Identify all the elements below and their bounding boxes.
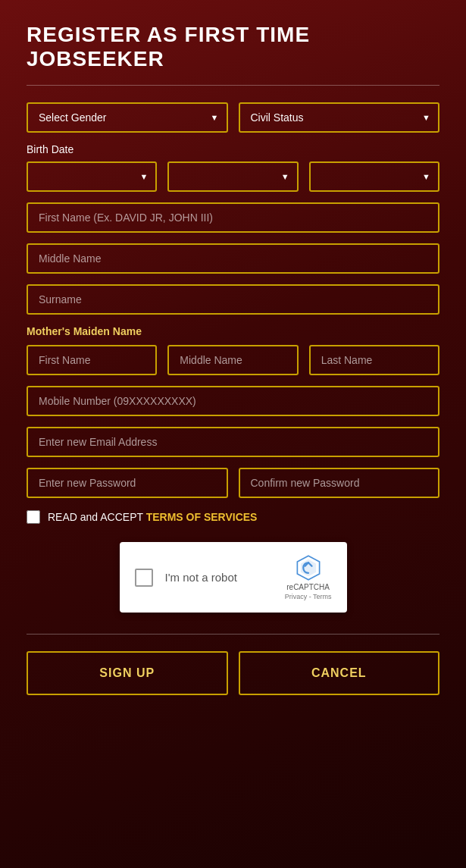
terms-label[interactable]: READ and ACCEPT TERMS OF SERVICES xyxy=(48,511,257,523)
recaptcha-logo-icon xyxy=(295,554,322,581)
signup-button[interactable]: SIGN UP xyxy=(27,651,228,695)
terms-link[interactable]: TERMS OF SERVICES xyxy=(146,511,258,523)
birth-day-wrapper xyxy=(167,161,298,192)
recaptcha-links-text: Privacy - Terms xyxy=(285,593,332,600)
birth-date-section: Birth Date January February xyxy=(27,143,439,192)
recaptcha-box[interactable]: I'm not a robot reCAPTCHA Privacy - Term… xyxy=(120,542,347,613)
recaptcha-container: I'm not a robot reCAPTCHA Privacy - Term… xyxy=(27,542,439,613)
recaptcha-text: I'm not a robot xyxy=(165,571,273,584)
cancel-button[interactable]: CANCEL xyxy=(239,651,440,695)
birth-date-row: January February xyxy=(27,161,439,192)
first-name-wrapper xyxy=(27,202,439,233)
birth-day-select[interactable] xyxy=(167,161,298,192)
password-input[interactable] xyxy=(27,468,228,498)
button-row: SIGN UP CANCEL xyxy=(27,651,439,695)
terms-checkbox[interactable] xyxy=(27,510,40,524)
birth-date-label: Birth Date xyxy=(27,143,439,155)
civil-status-select-wrapper: Civil Status Single Married Widowed xyxy=(239,102,440,133)
recaptcha-checkbox[interactable] xyxy=(135,569,153,587)
confirm-password-input[interactable] xyxy=(239,468,440,498)
birth-month-wrapper: January February xyxy=(27,161,157,192)
gender-select-wrapper: Select Gender Male Female xyxy=(27,102,228,133)
birth-month-select[interactable]: January February xyxy=(27,161,157,192)
gender-civil-row: Select Gender Male Female Civil Status S… xyxy=(27,102,439,133)
maiden-first-input[interactable] xyxy=(27,345,157,375)
mothers-maiden-label: Mother's Maiden Name xyxy=(27,325,439,337)
first-name-input[interactable] xyxy=(27,202,439,233)
bottom-divider xyxy=(27,634,439,635)
gender-select[interactable]: Select Gender Male Female xyxy=(27,102,228,133)
checkbox-static-text: READ and ACCEPT xyxy=(48,511,146,523)
email-wrapper xyxy=(27,427,439,457)
surname-wrapper xyxy=(27,284,439,315)
middle-name-wrapper xyxy=(27,243,439,274)
email-input[interactable] xyxy=(27,427,439,457)
page-title: REGISTER AS FIRST TIME JOBSEEKER xyxy=(27,23,439,71)
birth-year-select[interactable] xyxy=(309,161,439,192)
civil-status-select[interactable]: Civil Status Single Married Widowed xyxy=(239,102,440,133)
mobile-input[interactable] xyxy=(27,386,439,416)
terms-row: READ and ACCEPT TERMS OF SERVICES xyxy=(27,510,439,524)
recaptcha-right: reCAPTCHA Privacy - Terms xyxy=(285,554,332,600)
maiden-last-input[interactable] xyxy=(309,345,439,375)
top-divider xyxy=(27,85,439,86)
surname-input[interactable] xyxy=(27,284,439,315)
maiden-middle-input[interactable] xyxy=(167,345,298,375)
middle-name-input[interactable] xyxy=(27,243,439,274)
birth-year-wrapper xyxy=(309,161,439,192)
mobile-wrapper xyxy=(27,386,439,416)
maiden-name-row xyxy=(27,345,439,375)
recaptcha-brand-text: reCAPTCHA xyxy=(286,583,330,591)
password-row xyxy=(27,468,439,498)
